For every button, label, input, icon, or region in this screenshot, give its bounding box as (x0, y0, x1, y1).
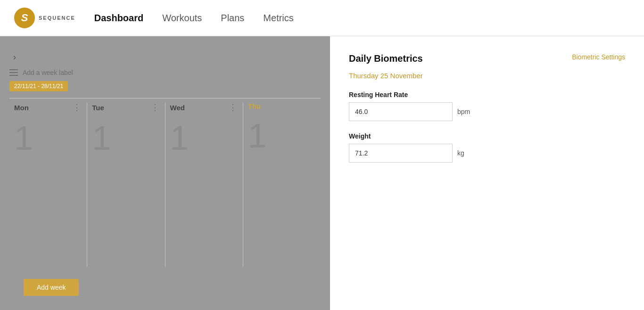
day-header-mon: Mon ⋮ (14, 102, 82, 113)
biometric-settings-link[interactable]: Biometric Settings (572, 53, 625, 61)
day-menu-mon[interactable]: ⋮ (73, 102, 82, 113)
biometrics-panel: Daily Biometrics Biometric Settings Thur… (330, 36, 644, 310)
day-number-tue: 1 (92, 121, 111, 155)
biometrics-date: Thursday 25 November (349, 72, 625, 80)
day-col-mon: Mon ⋮ 1 (9, 102, 87, 267)
day-name-wed: Wed (170, 104, 185, 112)
hamburger-icon[interactable] (9, 69, 18, 76)
main-nav: Dashboard Workouts Plans Metrics (94, 13, 294, 24)
chevron-row: › (9, 46, 321, 69)
weight-unit: kg (457, 149, 464, 157)
resting-heart-rate-label: Resting Heart Rate (349, 91, 625, 98)
logo-container: S SEQUENCE (14, 8, 75, 28)
day-col-wed: Wed ⋮ 1 (165, 102, 243, 267)
day-number-wed: 1 (170, 121, 189, 155)
logo-text: SEQUENCE (39, 15, 75, 21)
day-name-thu: Thu (248, 102, 261, 110)
week-label-row: Add a week label (9, 69, 321, 76)
weight-label: Weight (349, 132, 625, 140)
day-col-thu: Thu 1 (243, 102, 321, 267)
day-name-mon: Mon (14, 104, 29, 112)
calendar-panel: › Add a week label 22/11/21 - 28/11/21 M… (0, 36, 330, 310)
day-menu-wed[interactable]: ⋮ (229, 102, 238, 113)
day-menu-tue[interactable]: ⋮ (151, 102, 160, 113)
weight-field: Weight kg (349, 132, 625, 163)
main-content: › Add a week label 22/11/21 - 28/11/21 M… (0, 36, 644, 310)
day-number-mon: 1 (14, 121, 33, 155)
day-number-thu: 1 (248, 119, 267, 153)
add-week-button[interactable]: Add week (24, 279, 79, 296)
resting-heart-rate-unit: bpm (457, 108, 470, 115)
weight-input-row: kg (349, 144, 625, 163)
resting-heart-rate-input[interactable] (349, 102, 453, 121)
nav-metrics[interactable]: Metrics (263, 13, 293, 24)
nav-plans[interactable]: Plans (221, 13, 244, 24)
week-range-badge: 22/11/21 - 28/11/21 (9, 81, 68, 91)
day-header-thu: Thu (248, 102, 316, 110)
resting-heart-rate-field: Resting Heart Rate bpm (349, 91, 625, 121)
day-header-tue: Tue ⋮ (92, 102, 160, 113)
logo-icon: S (14, 8, 35, 28)
biometrics-title: Daily Biometrics (349, 53, 423, 64)
day-header-wed: Wed ⋮ (170, 102, 238, 113)
biometrics-header: Daily Biometrics Biometric Settings (349, 53, 625, 64)
calendar-inner: › Add a week label 22/11/21 - 28/11/21 M… (0, 36, 330, 267)
week-label-text: Add a week label (23, 69, 73, 76)
weight-input[interactable] (349, 144, 453, 163)
nav-workouts[interactable]: Workouts (162, 13, 202, 24)
day-col-tue: Tue ⋮ 1 (87, 102, 165, 267)
day-name-tue: Tue (92, 104, 104, 112)
resting-heart-rate-input-row: bpm (349, 102, 625, 121)
days-row: Mon ⋮ 1 Tue ⋮ 1 (9, 98, 321, 267)
app-header: S SEQUENCE Dashboard Workouts Plans Metr… (0, 0, 644, 36)
nav-dashboard[interactable]: Dashboard (94, 13, 143, 24)
chevron-forward-button[interactable]: › (9, 50, 20, 64)
